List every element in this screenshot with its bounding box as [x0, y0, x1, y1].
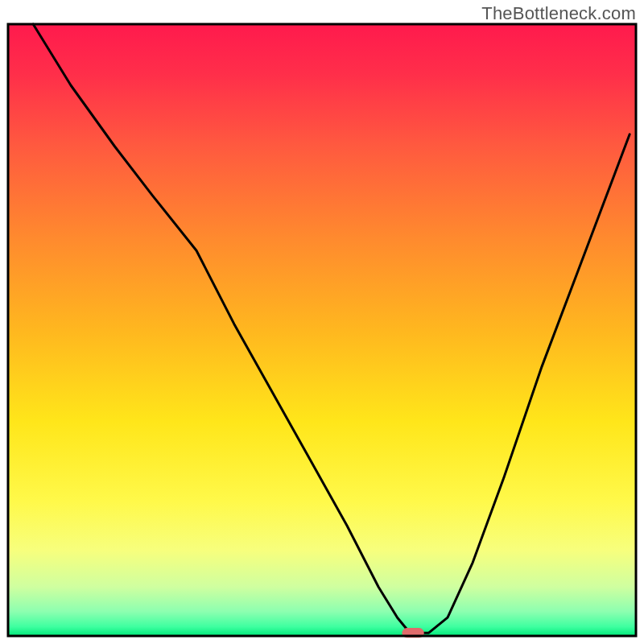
bottleneck-chart: TheBottleneck.com: [0, 0, 644, 644]
chart-svg: [0, 0, 644, 644]
watermark-label: TheBottleneck.com: [481, 3, 636, 24]
chart-background: [8, 24, 636, 636]
